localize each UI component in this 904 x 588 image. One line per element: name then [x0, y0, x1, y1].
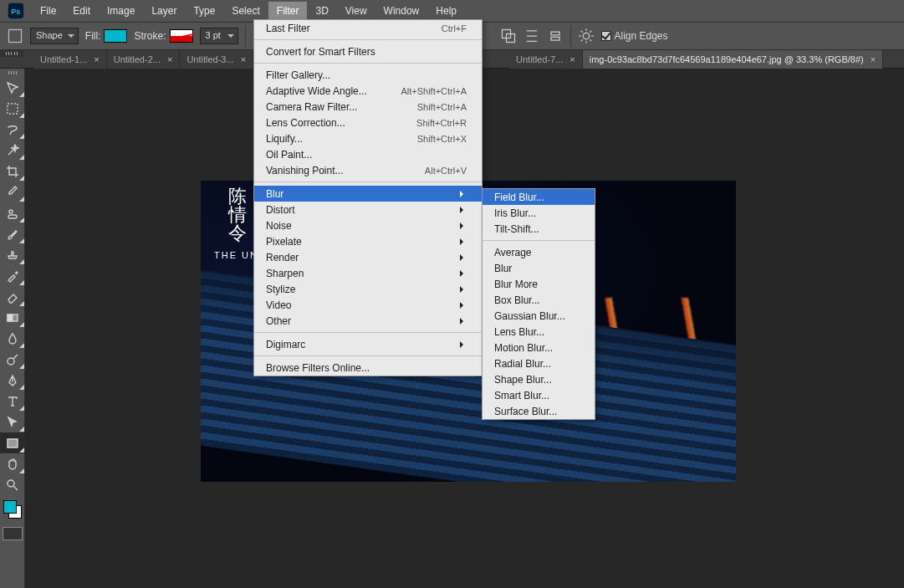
menu-item-tilt-shift[interactable]: Tilt-Shift... [483, 221, 595, 237]
document-tab[interactable]: Untitled-1...× [33, 50, 107, 69]
marquee-tool-icon[interactable] [0, 98, 25, 119]
menu-separator [254, 355, 482, 356]
path-selection-tool-icon[interactable] [0, 412, 25, 432]
shape-mode-dropdown[interactable]: Shape [30, 28, 79, 44]
menu-file[interactable]: File [32, 2, 64, 20]
menu-item-render[interactable]: Render [254, 249, 482, 265]
document-tab[interactable]: Untitled-7...× [509, 50, 583, 69]
document-tab[interactable]: Untitled-2...× [107, 50, 181, 69]
close-icon[interactable]: × [241, 54, 246, 64]
eyedropper-tool-icon[interactable] [0, 182, 25, 202]
menu-item-surface-blur[interactable]: Surface Blur... [483, 403, 595, 419]
healing-brush-tool-icon[interactable] [0, 202, 25, 223]
menu-item-gaussian-blur[interactable]: Gaussian Blur... [483, 308, 595, 324]
menu-item-blur-more[interactable]: Blur More [483, 276, 595, 292]
document-tab[interactable]: img-0c93ac8bd73d7fc64569a1189e404e67.jpg… [583, 50, 883, 69]
close-icon[interactable]: × [871, 54, 876, 64]
menu-item-shape-blur[interactable]: Shape Blur... [483, 371, 595, 387]
menu-item-radial-blur[interactable]: Radial Blur... [483, 355, 595, 371]
gradient-tool-icon[interactable] [0, 307, 25, 328]
menu-item-adaptive-wide-angle[interactable]: Adaptive Wide Angle...Alt+Shift+Ctrl+A [254, 83, 482, 99]
blur-tool-icon[interactable] [0, 328, 25, 349]
toolbox-grip[interactable] [0, 69, 24, 77]
menu-item-box-blur[interactable]: Box Blur... [483, 292, 595, 308]
submenu-arrow-icon [460, 270, 467, 277]
menu-item-camera-raw-filter[interactable]: Camera Raw Filter...Shift+Ctrl+A [254, 99, 482, 115]
menu-image[interactable]: Image [99, 2, 143, 20]
dodge-tool-icon[interactable] [0, 349, 25, 370]
menu-item-label: Pixelate [266, 236, 302, 248]
menu-item-browse-filters-online[interactable]: Browse Filters Online... [254, 360, 482, 376]
menu-item-distort[interactable]: Distort [254, 202, 482, 217]
fill-swatch[interactable] [104, 29, 127, 43]
close-icon[interactable]: × [569, 54, 575, 64]
close-icon[interactable]: × [167, 54, 172, 64]
lasso-tool-icon[interactable] [0, 119, 25, 140]
menu-item-convert-for-smart-filters[interactable]: Convert for Smart Filters [254, 43, 482, 59]
menu-item-field-blur[interactable]: Field Blur... [483, 189, 595, 205]
eraser-tool-icon[interactable] [0, 286, 25, 307]
menu-item-filter-gallery[interactable]: Filter Gallery... [254, 67, 482, 83]
color-swatches[interactable] [0, 499, 25, 522]
menu-item-last-filter[interactable]: Last FilterCtrl+F [254, 20, 482, 36]
document-tab[interactable]: Untitled-3...× [180, 50, 253, 69]
tool-preset-icon[interactable] [7, 28, 23, 44]
menu-item-motion-blur[interactable]: Motion Blur... [483, 340, 595, 355]
menu-type[interactable]: Type [185, 2, 223, 20]
menu-item-other[interactable]: Other [254, 313, 482, 329]
svg-rect-14 [8, 439, 18, 447]
menu-3d[interactable]: 3D [307, 2, 336, 20]
path-arrangement-icon[interactable] [547, 28, 564, 44]
menu-item-blur[interactable]: Blur [483, 260, 595, 276]
menu-item-label: Lens Blur... [494, 326, 544, 338]
close-icon[interactable]: × [94, 54, 99, 64]
path-alignment-icon[interactable] [524, 28, 540, 44]
menu-item-digimarc[interactable]: Digimarc [254, 336, 482, 352]
menu-layer[interactable]: Layer [143, 2, 185, 20]
hand-tool-icon[interactable] [0, 453, 25, 474]
menu-item-iris-blur[interactable]: Iris Blur... [483, 205, 595, 221]
brush-tool-icon[interactable] [0, 223, 25, 244]
menu-item-lens-correction[interactable]: Lens Correction...Shift+Ctrl+R [254, 115, 482, 130]
menu-separator [254, 182, 482, 182]
menu-item-lens-blur[interactable]: Lens Blur... [483, 324, 595, 340]
menu-item-blur[interactable]: Blur [254, 186, 482, 202]
clone-stamp-tool-icon[interactable] [0, 244, 25, 265]
menu-filter[interactable]: Filter [268, 2, 308, 20]
rectangle-tool-icon[interactable] [0, 432, 25, 453]
menu-window[interactable]: Window [375, 2, 428, 20]
tab-label: Untitled-1... [40, 54, 87, 64]
menu-view[interactable]: View [337, 2, 375, 20]
submenu-arrow-icon [460, 207, 467, 213]
align-edges-checkbox[interactable]: Align Edges [601, 30, 668, 42]
path-operations-icon[interactable] [500, 28, 517, 44]
zoom-tool-icon[interactable] [0, 474, 25, 495]
menu-item-pixelate[interactable]: Pixelate [254, 233, 482, 249]
menu-item-sharpen[interactable]: Sharpen [254, 265, 482, 281]
menu-item-vanishing-point[interactable]: Vanishing Point...Alt+Ctrl+V [254, 162, 482, 178]
stroke-swatch[interactable] [170, 29, 193, 43]
menu-item-average[interactable]: Average [483, 244, 595, 260]
menu-select[interactable]: Select [223, 2, 268, 20]
crop-tool-icon[interactable] [0, 161, 25, 182]
move-tool-icon[interactable] [0, 77, 25, 98]
magic-wand-tool-icon[interactable] [0, 140, 25, 161]
history-brush-tool-icon[interactable] [0, 265, 25, 286]
quick-mask-toggle[interactable] [3, 527, 23, 540]
menu-item-video[interactable]: Video [254, 297, 482, 313]
svg-rect-12 [8, 314, 13, 321]
submenu-arrow-icon [460, 254, 467, 261]
menu-item-stylize[interactable]: Stylize [254, 281, 482, 297]
type-tool-icon[interactable] [0, 391, 25, 412]
menu-help[interactable]: Help [427, 2, 465, 20]
stroke-width-field[interactable]: 3 pt [200, 28, 238, 44]
pen-tool-icon[interactable] [0, 370, 25, 391]
menu-item-oil-paint[interactable]: Oil Paint... [254, 146, 482, 162]
submenu-arrow-icon [460, 302, 467, 309]
menu-item-smart-blur[interactable]: Smart Blur... [483, 387, 595, 403]
gear-icon[interactable] [578, 28, 595, 44]
menu-item-noise[interactable]: Noise [254, 217, 482, 233]
menu-item-label: Distort [266, 204, 295, 216]
menu-item-liquify[interactable]: Liquify...Shift+Ctrl+X [254, 130, 482, 146]
menu-edit[interactable]: Edit [64, 2, 99, 20]
